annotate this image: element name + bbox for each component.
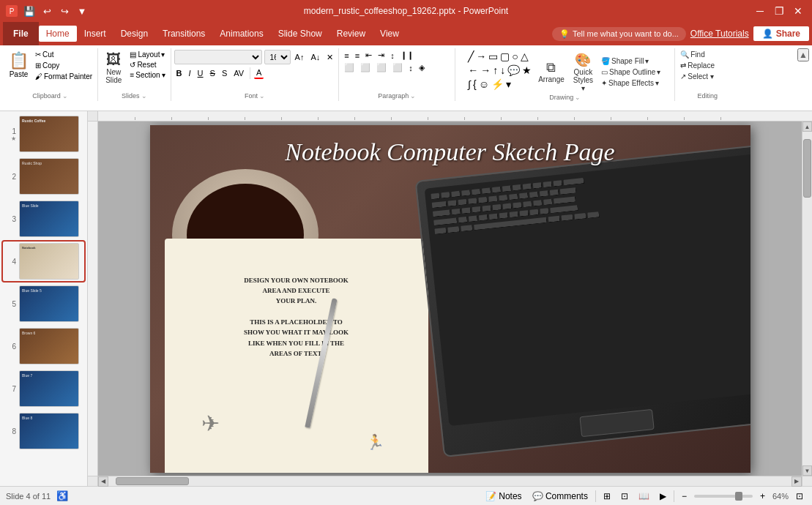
zoom-thumb[interactable] [735,492,742,501]
format-painter-button[interactable]: 🖌 Format Painter [33,72,94,81]
undo-button[interactable]: ↩ [40,4,54,18]
slide-thumb-1[interactable]: 1 ★ Rustic Coffee [3,114,84,154]
quick-styles-button[interactable]: 🎨 QuickStyles ▾ [570,50,596,94]
smile-shape[interactable]: ☺ [478,78,490,91]
home-menu[interactable]: Home [39,26,77,42]
lightning-shape[interactable]: ⚡ [491,78,504,91]
zoom-slider[interactable] [694,495,753,498]
bold-button[interactable]: B [174,68,185,78]
scroll-down-arrow[interactable]: ▼ [802,465,812,476]
justify-button[interactable]: ⬜ [390,62,405,73]
scroll-right-arrow[interactable]: ▶ [791,476,802,487]
shape-outline-button[interactable]: ▭ Shape Outline ▾ [599,67,663,77]
triangle-shape[interactable]: △ [520,50,529,63]
cut-button[interactable]: ✂ Cut [33,50,94,59]
clear-formatting-button[interactable]: ✕ [324,52,335,63]
h-scroll-handle[interactable] [116,477,189,485]
transitions-menu[interactable]: Transitions [155,26,212,42]
save-button[interactable]: 💾 [22,4,37,18]
copy-button[interactable]: ⊞ Copy [33,61,94,70]
decrease-indent-button[interactable]: ⇤ [363,50,374,61]
slide-sorter-button[interactable]: ⊡ [618,490,631,503]
fit-to-window-button[interactable]: ⊡ [793,490,806,503]
insert-menu[interactable]: Insert [77,26,113,42]
redo-button[interactable]: ↪ [57,4,72,18]
reset-button[interactable]: ↺ Reset [127,60,167,70]
zoom-out-button[interactable]: − [679,490,690,503]
slide-thumb-8[interactable]: 8 Blue 8 [3,411,84,451]
align-left-button[interactable]: ⬜ [342,62,357,73]
font-color-button[interactable]: A [254,67,264,79]
text-shadow-button[interactable]: S [220,68,229,78]
arrow-shape[interactable]: → [475,50,487,63]
reading-view-button[interactable]: 📖 [636,490,652,503]
scroll-handle[interactable] [803,139,811,198]
minimize-button[interactable]: ─ [752,3,768,19]
bracket-shape[interactable]: { [472,78,477,91]
decrease-font-button[interactable]: A↓ [308,52,322,62]
section-button[interactable]: ≡ Section ▾ [127,70,167,80]
close-button[interactable]: ✕ [790,3,806,19]
slide-thumb-6[interactable]: 6 Brown 6 [3,326,84,366]
numbered-list-button[interactable]: ≡ [353,50,362,61]
down-arrow-shape[interactable]: ↓ [499,64,506,77]
font-name-selector[interactable] [174,50,262,64]
more-shapes[interactable]: ▾ [505,78,512,91]
text-direction-button[interactable]: ↕ [406,62,415,73]
slide-thumb-7[interactable]: 7 Blue 7 [3,369,84,408]
office-tutorials-link[interactable]: Office Tutorials [690,29,749,39]
replace-button[interactable]: ⇄ Replace [678,61,717,70]
normal-view-button[interactable]: ⊞ [600,490,614,503]
align-right-button[interactable]: ⬜ [374,62,389,73]
share-button[interactable]: 👤 Share [753,26,809,41]
bullet-list-button[interactable]: ≡ [342,50,351,61]
rect-shape[interactable]: ▭ [488,50,499,63]
line-spacing-button[interactable]: ↕ [388,50,397,61]
arrange-button[interactable]: ⧉ Arrange [535,50,567,94]
new-slide-button[interactable]: 🖼 NewSlide [101,50,126,86]
slide-thumb-3[interactable]: 3 Blue Slide [3,199,84,239]
left-arrow-shape[interactable]: ← [467,64,479,77]
right-arrow-shape[interactable]: → [480,64,491,77]
oval-shape[interactable]: ○ [511,50,518,63]
increase-indent-button[interactable]: ⇥ [376,50,387,61]
rounded-rect-shape[interactable]: ▢ [499,50,510,63]
shape-fill-button[interactable]: 🪣 Shape Fill ▾ [599,56,663,66]
shape-effects-button[interactable]: ✦ Shape Effects ▾ [599,78,663,88]
find-button[interactable]: 🔍 Find [678,50,707,59]
slides-expand-icon[interactable]: ⌄ [141,92,147,100]
scroll-left-arrow[interactable]: ◀ [98,476,108,487]
slide-thumb-4[interactable]: 4 Notebook [3,242,84,281]
restore-button[interactable]: ❐ [771,3,787,19]
select-button[interactable]: ↗ Select ▾ [678,72,716,81]
paste-button[interactable]: 📋 Paste [6,50,31,80]
line-shape[interactable]: ╱ [467,50,474,63]
strikethrough-button[interactable]: S [208,68,217,78]
notes-button[interactable]: 📝 Notes [483,490,525,503]
design-menu[interactable]: Design [113,26,155,42]
align-center-button[interactable]: ⬜ [358,62,373,73]
star-shape[interactable]: ★ [521,64,532,77]
up-arrow-shape[interactable]: ↑ [492,64,499,77]
clipboard-expand-icon[interactable]: ⌄ [62,92,68,100]
review-menu[interactable]: Review [329,26,373,42]
file-menu[interactable]: File [3,22,39,45]
italic-button[interactable]: I [187,68,193,78]
scroll-up-arrow[interactable]: ▲ [802,121,812,132]
columns-button[interactable]: ❙❙ [398,50,416,61]
slide-thumb-2[interactable]: 2 Rustic Shop [3,157,84,196]
view-menu[interactable]: View [373,26,406,42]
tell-me-box[interactable]: 💡 Tell me what you want to do... [552,27,686,41]
animations-menu[interactable]: Animations [212,26,270,42]
paragraph-expand-icon[interactable]: ⌄ [410,92,416,100]
char-spacing-button[interactable]: AV [231,68,246,78]
slideshow-view-button[interactable]: ▶ [657,490,669,503]
layout-button[interactable]: ▤ Layout ▾ [127,50,167,59]
canvas-container[interactable]: Notebook Computer Sketch Page DESIGN YOU… [98,121,802,476]
curve-shape[interactable]: ∫ [467,78,472,91]
font-expand-icon[interactable]: ⌄ [259,92,265,100]
drawing-expand-icon[interactable]: ⌄ [575,94,581,101]
underline-button[interactable]: U [195,68,206,78]
font-size-selector[interactable]: 16 [264,50,291,64]
comments-button[interactable]: 💬 Comments [529,490,591,503]
